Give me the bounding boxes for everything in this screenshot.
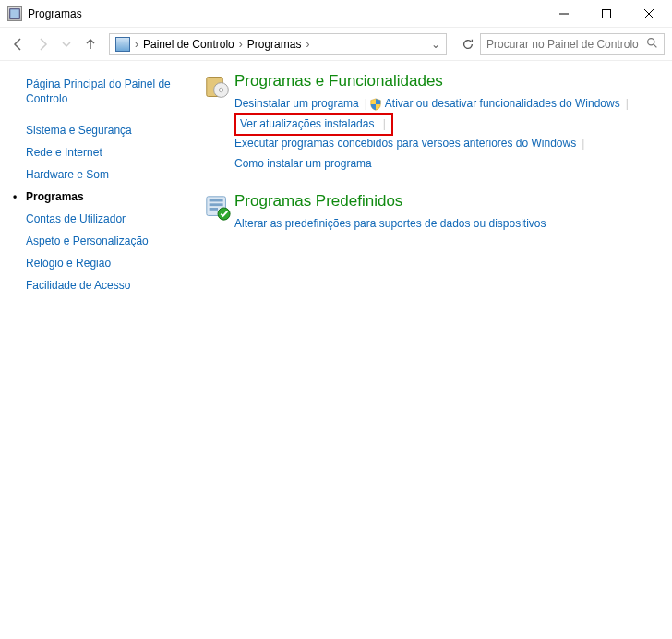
svg-rect-11 bbox=[210, 199, 223, 202]
search-input[interactable] bbox=[486, 38, 642, 51]
sidebar: Página Principal do Painel de Controlo S… bbox=[0, 61, 194, 639]
link-separator: | bbox=[383, 117, 388, 130]
chevron-right-icon[interactable]: › bbox=[305, 38, 310, 51]
breadcrumb-item[interactable]: Programas bbox=[244, 36, 306, 53]
maximize-button[interactable] bbox=[585, 0, 628, 28]
nav-up-button[interactable] bbox=[79, 33, 102, 55]
section-title[interactable]: Programas e Funcionalidades bbox=[234, 72, 657, 90]
sidebar-item-system-security[interactable]: Sistema e Segurança bbox=[26, 119, 179, 141]
svg-point-9 bbox=[219, 88, 222, 91]
sidebar-item-clock-region[interactable]: Relógio e Região bbox=[26, 252, 179, 274]
svg-rect-2 bbox=[603, 9, 611, 18]
search-icon bbox=[646, 36, 658, 53]
sidebar-item-ease-of-access[interactable]: Facilidade de Acesso bbox=[26, 274, 179, 296]
shield-icon bbox=[369, 98, 382, 111]
app-icon bbox=[7, 6, 22, 21]
svg-rect-0 bbox=[10, 8, 20, 18]
control-panel-home-link[interactable]: Página Principal do Painel de Controlo bbox=[26, 78, 179, 106]
window-title: Programas bbox=[28, 7, 82, 20]
sidebar-item-user-accounts[interactable]: Contas de Utilizador bbox=[26, 208, 179, 230]
link-separator: | bbox=[626, 94, 630, 115]
main-content: Programas e Funcionalidades Desinstalar … bbox=[194, 61, 672, 639]
nav-toolbar: › Painel de Controlo › Programas › ⌄ bbox=[0, 28, 672, 61]
close-button[interactable] bbox=[628, 0, 670, 28]
search-box[interactable] bbox=[480, 33, 665, 55]
svg-line-6 bbox=[654, 44, 656, 47]
sidebar-item-appearance[interactable]: Aspeto e Personalização bbox=[26, 230, 179, 252]
section-default-programs: Programas Predefinidos Alterar as predef… bbox=[201, 192, 657, 235]
link-separator: | bbox=[582, 134, 586, 154]
link-view-installed-updates[interactable]: Ver atualizações instaladas bbox=[240, 117, 379, 130]
control-panel-icon bbox=[115, 37, 130, 52]
sidebar-item-hardware-sound[interactable]: Hardware e Som bbox=[26, 163, 179, 186]
address-bar[interactable]: › Painel de Controlo › Programas › ⌄ bbox=[109, 33, 447, 55]
default-programs-icon bbox=[201, 192, 234, 235]
link-compatibility-programs[interactable]: Executar programas concebidos para versõ… bbox=[234, 134, 582, 154]
link-windows-features[interactable]: Ativar ou desativar funcionalidades do W… bbox=[385, 94, 626, 115]
refresh-button[interactable] bbox=[458, 34, 478, 54]
breadcrumb-item[interactable]: Painel de Controlo bbox=[139, 36, 238, 53]
chevron-down-icon[interactable]: ⌄ bbox=[431, 38, 440, 51]
svg-rect-12 bbox=[210, 204, 223, 207]
link-uninstall-program[interactable]: Desinstalar um programa bbox=[234, 94, 365, 115]
title-bar: Programas bbox=[0, 0, 672, 28]
nav-recent-button[interactable] bbox=[55, 33, 78, 55]
link-how-install-program[interactable]: Como instalar um programa bbox=[234, 154, 378, 175]
link-change-media-defaults[interactable]: Alterar as predefinições para suportes d… bbox=[234, 214, 552, 235]
svg-rect-13 bbox=[210, 208, 218, 211]
minimize-button[interactable] bbox=[543, 0, 585, 28]
highlighted-link-box: Ver atualizações instaladas | bbox=[234, 113, 393, 137]
nav-back-button[interactable] bbox=[7, 33, 30, 55]
sidebar-item-network-internet[interactable]: Rede e Internet bbox=[26, 141, 179, 163]
svg-point-5 bbox=[648, 38, 654, 44]
programs-features-icon bbox=[201, 72, 234, 174]
nav-forward-button[interactable] bbox=[31, 33, 54, 55]
section-title[interactable]: Programas Predefinidos bbox=[234, 192, 657, 211]
section-programs-features: Programas e Funcionalidades Desinstalar … bbox=[201, 72, 657, 174]
sidebar-item-programs[interactable]: Programas bbox=[26, 186, 179, 208]
